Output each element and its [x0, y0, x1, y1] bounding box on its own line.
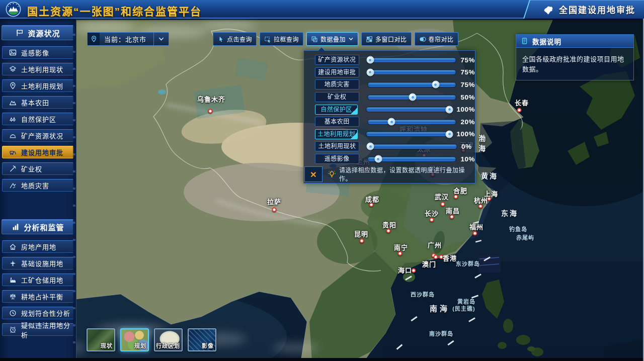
layer-toggle-chip[interactable]: 矿业权: [315, 92, 359, 102]
sidebar-item-label: 疑似违法用地分析: [21, 320, 73, 339]
sidebar-item-construction-land-approval[interactable]: 建设用地审批: [2, 146, 74, 158]
sidebar: 资源状况遥感影像土地利用现状土地利用规划基本农田自然保护区矿产资源状况建设用地审…: [0, 19, 76, 358]
opacity-value: 100%: [456, 130, 475, 138]
basemap-thumb-label: 行政区划: [156, 341, 180, 349]
location-pin-icon: [88, 33, 100, 45]
data-overlay-button[interactable]: 数据叠加: [306, 32, 358, 46]
data-description-panel: 数据说明 全国各级政府批准的建设项目用地数据。: [516, 34, 634, 80]
opacity-slider-track[interactable]: [368, 58, 456, 62]
curtain-circles-icon: [419, 36, 426, 43]
opacity-slider-track[interactable]: [368, 95, 456, 100]
sidebar-item-label: 地质灾害: [21, 180, 49, 190]
alarm-icon: [9, 326, 17, 333]
layer-toggle-chip[interactable]: 基本农田: [315, 117, 359, 127]
opacity-slider-track[interactable]: [368, 70, 456, 74]
layer-toggle-chip[interactable]: 土地利用规划: [315, 129, 358, 139]
sidebar-item-industrial-storage-land[interactable]: 工矿仓储用地: [2, 274, 74, 286]
tool-button-label: 卷帘对比: [429, 35, 454, 43]
basemap-thumb-xianzhuang[interactable]: 现状: [87, 328, 115, 351]
multi-window-compare-button[interactable]: 多窗口对比: [361, 32, 412, 46]
layer-toggle-chip[interactable]: 建设用地审批: [315, 67, 359, 77]
opacity-slider-track[interactable]: [366, 107, 452, 112]
selected-corner-check: [351, 132, 357, 139]
basemap-thumb-yingxiang[interactable]: 影像: [188, 328, 216, 351]
sidebar-item-label: 矿产资源状况: [21, 131, 63, 140]
layer-toggle-chip[interactable]: 地质灾害: [315, 79, 359, 89]
map-pin-icon: [9, 82, 17, 89]
overlay-tip: 请选择相应数据，设置数据透明度进行叠加操作。: [328, 165, 475, 183]
opacity-slider-track[interactable]: [368, 82, 456, 87]
sidebar-item-label: 基本农田: [21, 98, 49, 107]
sidebar-item-land-use-current[interactable]: 土地利用现状: [2, 63, 74, 75]
opacity-slider-track[interactable]: [368, 120, 456, 124]
opacity-slider-handle[interactable]: [366, 56, 374, 64]
opacity-slider-handle[interactable]: [367, 143, 374, 150]
layer-toggle-chip[interactable]: 矿产资源状况: [315, 55, 359, 65]
sidebar-item-suspected-illegal-land-analysis[interactable]: 疑似违法用地分析: [2, 323, 74, 336]
sidebar-item-label: 建设用地审批: [21, 147, 63, 157]
chevron-down-icon[interactable]: [153, 33, 169, 45]
layer-row: 建设用地审批75%: [304, 66, 475, 79]
sidebar-item-planning-compliance-analysis[interactable]: 规划符合性分析: [2, 307, 74, 319]
chevron-down-icon: [348, 36, 354, 42]
layer-toggle-chip[interactable]: 自然保护区: [315, 105, 358, 115]
opacity-value: 10%: [460, 155, 475, 163]
grid-windows-icon: [366, 36, 373, 43]
opacity-slider-handle[interactable]: [388, 118, 395, 126]
opacity-slider-handle[interactable]: [374, 155, 382, 163]
layer-toggle-chip[interactable]: 土地利用现状: [315, 141, 359, 151]
click-query-button[interactable]: 点击查询: [213, 32, 257, 46]
opacity-slider-track[interactable]: [368, 144, 457, 149]
opacity-value: 0%: [461, 143, 472, 150]
basemap-thumb-xingzheng[interactable]: 行政区划: [154, 328, 183, 351]
opacity-slider-track[interactable]: [366, 132, 452, 136]
curtain-compare-button[interactable]: 卷帘对比: [415, 32, 458, 46]
opacity-slider-track[interactable]: [368, 157, 456, 161]
opacity-slider-handle[interactable]: [432, 81, 439, 88]
sidebar-item-geological-hazard[interactable]: 地质灾害: [2, 179, 74, 192]
miner-helmet-icon: [9, 132, 17, 139]
sidebar-item-mineral-resources[interactable]: 矿产资源状况: [2, 129, 74, 142]
land-layers-icon: [9, 65, 17, 73]
section-header-0: 资源状况: [2, 25, 74, 40]
current-module-tab[interactable]: 全国建设用地审批: [523, 0, 644, 19]
data-overlay-panel: 矿产资源状况75%建设用地审批75%地质灾害75%矿业权50%自然保护区100%…: [303, 50, 475, 184]
opacity-slider-handle[interactable]: [446, 130, 453, 138]
basemap-switcher: 现状规划行政区划影像: [87, 328, 216, 351]
layer-opacity-list: 矿产资源状况75%建设用地审批75%地质灾害75%矿业权50%自然保护区100%…: [304, 54, 475, 165]
section-header-1: 分析和监管: [2, 219, 74, 234]
opacity-value: 100%: [456, 106, 475, 113]
opacity-slider-handle[interactable]: [446, 106, 453, 113]
sidebar-item-label: 工矿仓储用地: [21, 275, 63, 285]
mountain-emblem-icon: [6, 2, 21, 17]
layer-toggle-chip[interactable]: 遥感影像: [315, 154, 359, 164]
opacity-slider-handle[interactable]: [366, 68, 374, 76]
landslide-icon: [9, 182, 17, 189]
opacity-value: 75%: [460, 68, 475, 76]
sidebar-item-label: 土地利用规划: [21, 81, 63, 91]
satellite-image-icon: [9, 49, 17, 56]
data-description-body: 全国各级政府批准的建设项目用地数据。: [516, 48, 633, 80]
lightbulb-icon: [328, 170, 336, 178]
close-button[interactable]: ×: [304, 166, 323, 182]
region-selector[interactable]: 当前：北京市: [87, 32, 169, 46]
layer-row: 矿业权50%: [304, 91, 475, 104]
sidebar-item-mining-rights[interactable]: 矿业权: [2, 162, 74, 175]
opacity-value: 50%: [460, 94, 475, 101]
flag-map-icon: [16, 29, 24, 37]
sidebar-item-real-estate-land[interactable]: 房地产用地: [2, 240, 74, 253]
sidebar-item-infrastructure-land[interactable]: 基础设施用地: [2, 257, 74, 269]
sidebar-item-nature-reserve[interactable]: 自然保护区: [2, 113, 74, 125]
sidebar-item-land-use-planning[interactable]: 土地利用规划: [2, 79, 74, 92]
sidebar-item-farmland-balance[interactable]: 耕地占补平衡: [2, 290, 74, 303]
sidebar-item-basic-farmland[interactable]: 基本农田: [2, 96, 74, 109]
scales-icon: [9, 293, 17, 300]
box-query-button[interactable]: 拉框查询: [260, 32, 303, 46]
section-title: 资源状况: [28, 28, 60, 38]
sidebar-item-remote-sensing-image[interactable]: 遥感影像: [2, 46, 74, 59]
basemap-thumb-guihua[interactable]: 规划: [120, 328, 149, 351]
data-description-title: 数据说明: [532, 36, 561, 46]
opacity-slider-handle[interactable]: [409, 94, 417, 101]
current-module-label: 全国建设用地审批: [559, 3, 635, 16]
mountain-icon: [9, 99, 17, 106]
